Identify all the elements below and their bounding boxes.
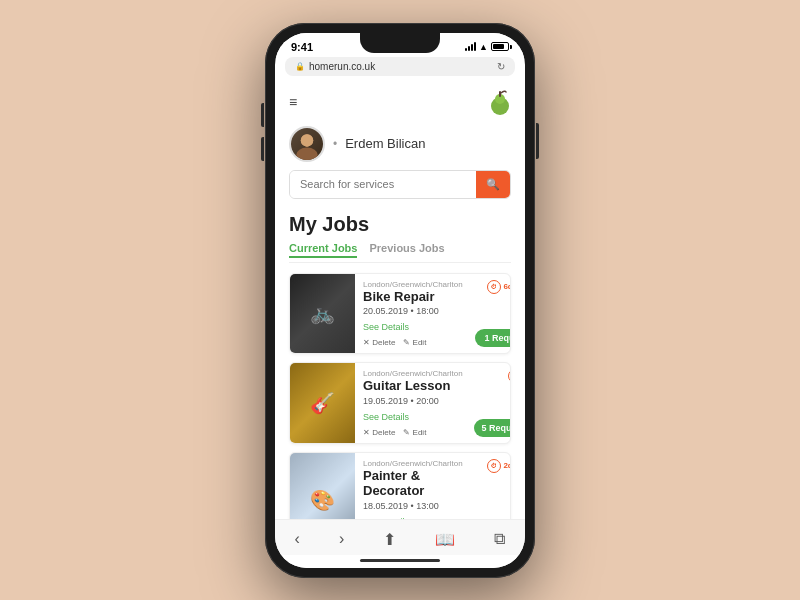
search-button[interactable]: 🔍 xyxy=(476,171,510,198)
request-button-bike[interactable]: 1 Request xyxy=(475,329,511,347)
guitar-image: 🎸 xyxy=(290,363,355,443)
job-title: Bike Repair xyxy=(363,289,463,305)
my-jobs-section: My Jobs Current Jobs Previous Jobs 🚲 Lon… xyxy=(275,209,525,519)
tab-previous-jobs[interactable]: Previous Jobs xyxy=(369,242,444,258)
requests-button-guitar[interactable]: 5 Requests xyxy=(474,419,511,437)
status-time: 9:41 xyxy=(291,41,313,53)
refresh-icon[interactable]: ↻ xyxy=(497,61,505,72)
job-body-guitar: London/Greenwich/Charlton Guitar Lesson … xyxy=(355,363,471,443)
back-button[interactable]: ‹ xyxy=(287,528,308,550)
job-card-painter: 🎨 London/Greenwich/Charlton Painter & De… xyxy=(289,452,511,519)
separator: • xyxy=(333,137,337,151)
edit-bike[interactable]: ✎ Edit xyxy=(403,338,426,347)
avatar-face xyxy=(291,128,323,160)
timer-icon: ⏱ xyxy=(487,280,501,294)
volume-down-button xyxy=(261,137,264,161)
job-right-painter: ⏱ 2days 3h Waiting for Requests xyxy=(471,453,511,519)
timer-guitar: ⏱ 20h xyxy=(508,369,511,383)
job-location: London/Greenwich/Charlton xyxy=(363,369,463,378)
share-button[interactable]: ⬆ xyxy=(375,528,404,551)
pear-logo xyxy=(489,88,511,116)
hamburger-menu[interactable]: ≡ xyxy=(289,94,297,110)
job-right-bike: ⏱ 6days 4h 1 Request xyxy=(471,274,511,354)
job-image-painter: 🎨 xyxy=(290,453,355,519)
search-icon: 🔍 xyxy=(486,178,500,191)
my-jobs-title: My Jobs xyxy=(289,213,511,236)
delete-bike[interactable]: ✕ Delete xyxy=(363,338,395,347)
svg-rect-2 xyxy=(499,91,501,97)
home-bar xyxy=(360,559,440,562)
job-title: Painter & Decorator xyxy=(363,468,463,499)
svg-point-4 xyxy=(296,147,317,161)
job-location: London/Greenwich/Charlton xyxy=(363,459,463,468)
delete-guitar[interactable]: ✕ Delete xyxy=(363,428,395,437)
timer-icon: ⏱ xyxy=(487,459,501,473)
job-location: London/Greenwich/Charlton xyxy=(363,280,463,289)
battery-icon xyxy=(491,42,509,51)
url-text: homerun.co.uk xyxy=(309,61,375,72)
timer-bike: ⏱ 6days 4h xyxy=(487,280,511,294)
timer-painter: ⏱ 2days 3h xyxy=(487,459,511,473)
job-body-painter: London/Greenwich/Charlton Painter & Deco… xyxy=(355,453,471,519)
bookmarks-button[interactable]: 📖 xyxy=(427,528,463,551)
job-card-guitar-lesson: 🎸 London/Greenwich/Charlton Guitar Lesso… xyxy=(289,362,511,444)
status-icons: ▲ xyxy=(465,42,509,52)
job-date: 18.05.2019 • 13:00 xyxy=(363,501,463,511)
job-body-bike: London/Greenwich/Charlton Bike Repair 20… xyxy=(355,274,471,354)
phone-frame: 9:41 ▲ 🔒 homerun.co.uk ↻ xyxy=(265,23,535,578)
job-actions-guitar: ✕ Delete ✎ Edit xyxy=(363,428,463,437)
phone-screen: 9:41 ▲ 🔒 homerun.co.uk ↻ xyxy=(275,33,525,568)
avatar xyxy=(289,126,325,162)
user-name: Erdem Bilican xyxy=(345,136,425,151)
timer-icon: ⏱ xyxy=(508,369,511,383)
painter-image: 🎨 xyxy=(290,453,355,519)
volume-up-button xyxy=(261,103,264,127)
see-details-guitar[interactable]: See Details xyxy=(363,412,409,422)
signal-icon xyxy=(465,42,476,51)
search-input[interactable] xyxy=(290,171,476,198)
see-details-bike[interactable]: See Details xyxy=(363,322,409,332)
wifi-icon: ▲ xyxy=(479,42,488,52)
app-header: ≡ xyxy=(275,80,525,120)
notch xyxy=(360,33,440,53)
tabs-button[interactable]: ⧉ xyxy=(486,528,513,550)
job-card-bike-repair: 🚲 London/Greenwich/Charlton Bike Repair … xyxy=(289,273,511,355)
tab-current-jobs[interactable]: Current Jobs xyxy=(289,242,357,258)
url-bar[interactable]: 🔒 homerun.co.uk ↻ xyxy=(285,57,515,76)
edit-guitar[interactable]: ✎ Edit xyxy=(403,428,426,437)
search-section: 🔍 xyxy=(275,170,525,209)
user-section: • Erdem Bilican xyxy=(275,120,525,170)
bike-image: 🚲 xyxy=(290,274,355,354)
jobs-tabs: Current Jobs Previous Jobs xyxy=(289,242,511,263)
job-title: Guitar Lesson xyxy=(363,378,463,394)
home-indicator xyxy=(275,555,525,568)
search-bar: 🔍 xyxy=(289,170,511,199)
power-button xyxy=(536,123,539,159)
page-content[interactable]: ≡ xyxy=(275,80,525,519)
forward-button[interactable]: › xyxy=(331,528,352,550)
job-image-guitar: 🎸 xyxy=(290,363,355,443)
job-date: 19.05.2019 • 20:00 xyxy=(363,396,463,406)
bottom-nav: ‹ › ⬆ 📖 ⧉ xyxy=(275,519,525,555)
job-date: 20.05.2019 • 18:00 xyxy=(363,306,463,316)
job-right-guitar: ⏱ 20h 5 Requests xyxy=(471,363,511,443)
job-image-bike: 🚲 xyxy=(290,274,355,354)
job-actions-bike: ✕ Delete ✎ Edit xyxy=(363,338,463,347)
lock-icon: 🔒 xyxy=(295,62,305,71)
svg-point-5 xyxy=(301,134,313,146)
